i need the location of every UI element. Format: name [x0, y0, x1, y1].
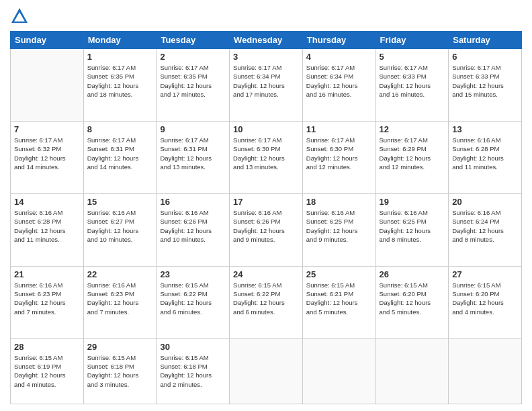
weekday-header-tuesday: Tuesday: [157, 32, 230, 49]
day-info: Sunrise: 6:17 AM Sunset: 6:33 PM Dayligh…: [380, 63, 445, 99]
day-info: Sunrise: 6:15 AM Sunset: 6:19 PM Dayligh…: [14, 353, 80, 389]
day-number: 19: [380, 197, 445, 207]
day-number: 14: [14, 197, 80, 207]
day-number: 11: [306, 124, 372, 134]
day-info: Sunrise: 6:16 AM Sunset: 6:28 PM Dayligh…: [452, 136, 518, 171]
calendar-cell: 23Sunrise: 6:15 AM Sunset: 6:22 PM Dayli…: [157, 266, 230, 338]
calendar-cell: 12Sunrise: 6:17 AM Sunset: 6:29 PM Dayli…: [375, 121, 449, 193]
day-number: 3: [233, 52, 299, 62]
day-info: Sunrise: 6:15 AM Sunset: 6:20 PM Dayligh…: [380, 281, 445, 316]
calendar-cell: 30Sunrise: 6:15 AM Sunset: 6:18 PM Dayli…: [157, 338, 230, 404]
calendar-cell: 24Sunrise: 6:15 AM Sunset: 6:22 PM Dayli…: [230, 266, 303, 338]
weekday-header-wednesday: Wednesday: [230, 32, 303, 49]
day-info: Sunrise: 6:17 AM Sunset: 6:35 PM Dayligh…: [87, 63, 153, 99]
calendar-cell: 11Sunrise: 6:17 AM Sunset: 6:30 PM Dayli…: [302, 121, 375, 193]
calendar-cell: [375, 338, 449, 404]
calendar-cell: 20Sunrise: 6:16 AM Sunset: 6:24 PM Dayli…: [449, 193, 522, 266]
weekday-header-saturday: Saturday: [449, 32, 522, 49]
day-info: Sunrise: 6:15 AM Sunset: 6:18 PM Dayligh…: [87, 353, 153, 389]
calendar-week-2: 7Sunrise: 6:17 AM Sunset: 6:32 PM Daylig…: [11, 121, 522, 193]
day-number: 28: [14, 342, 80, 352]
day-info: Sunrise: 6:15 AM Sunset: 6:20 PM Dayligh…: [452, 281, 518, 316]
day-info: Sunrise: 6:16 AM Sunset: 6:28 PM Dayligh…: [14, 208, 80, 244]
day-info: Sunrise: 6:17 AM Sunset: 6:29 PM Dayligh…: [380, 136, 445, 171]
day-info: Sunrise: 6:17 AM Sunset: 6:34 PM Dayligh…: [306, 63, 372, 99]
calendar-cell: 7Sunrise: 6:17 AM Sunset: 6:32 PM Daylig…: [11, 121, 84, 193]
day-info: Sunrise: 6:16 AM Sunset: 6:24 PM Dayligh…: [452, 208, 518, 244]
day-info: Sunrise: 6:16 AM Sunset: 6:23 PM Dayligh…: [87, 281, 153, 316]
day-number: 5: [380, 52, 445, 62]
day-info: Sunrise: 6:17 AM Sunset: 6:33 PM Dayligh…: [452, 63, 518, 99]
day-number: 25: [306, 269, 372, 279]
calendar-cell: 28Sunrise: 6:15 AM Sunset: 6:19 PM Dayli…: [11, 338, 84, 404]
day-info: Sunrise: 6:16 AM Sunset: 6:26 PM Dayligh…: [160, 208, 226, 244]
day-number: 4: [306, 52, 372, 62]
weekday-header-monday: Monday: [83, 32, 157, 49]
day-number: 27: [452, 269, 518, 279]
day-number: 13: [452, 124, 518, 134]
logo: [10, 7, 32, 26]
day-info: Sunrise: 6:17 AM Sunset: 6:35 PM Dayligh…: [160, 63, 226, 99]
header: [10, 7, 522, 26]
calendar-cell: 14Sunrise: 6:16 AM Sunset: 6:28 PM Dayli…: [11, 193, 84, 266]
day-number: 17: [233, 197, 299, 207]
calendar-cell: 1Sunrise: 6:17 AM Sunset: 6:35 PM Daylig…: [83, 49, 157, 122]
calendar-cell: 6Sunrise: 6:17 AM Sunset: 6:33 PM Daylig…: [449, 49, 522, 122]
day-info: Sunrise: 6:16 AM Sunset: 6:27 PM Dayligh…: [87, 208, 153, 244]
calendar-cell: [230, 338, 303, 404]
calendar-cell: 17Sunrise: 6:16 AM Sunset: 6:26 PM Dayli…: [230, 193, 303, 266]
calendar-cell: 25Sunrise: 6:15 AM Sunset: 6:21 PM Dayli…: [302, 266, 375, 338]
calendar-cell: 4Sunrise: 6:17 AM Sunset: 6:34 PM Daylig…: [302, 49, 375, 122]
day-number: 10: [233, 124, 299, 134]
calendar-cell: [302, 338, 375, 404]
day-number: 24: [233, 269, 299, 279]
calendar-cell: 9Sunrise: 6:17 AM Sunset: 6:31 PM Daylig…: [157, 121, 230, 193]
calendar-cell: 21Sunrise: 6:16 AM Sunset: 6:23 PM Dayli…: [11, 266, 84, 338]
day-info: Sunrise: 6:17 AM Sunset: 6:30 PM Dayligh…: [233, 136, 299, 171]
day-info: Sunrise: 6:15 AM Sunset: 6:22 PM Dayligh…: [160, 281, 226, 316]
day-number: 22: [87, 269, 153, 279]
page: SundayMondayTuesdayWednesdayThursdayFrid…: [0, 0, 532, 411]
day-number: 15: [87, 197, 153, 207]
day-info: Sunrise: 6:17 AM Sunset: 6:34 PM Dayligh…: [233, 63, 299, 99]
calendar-table: SundayMondayTuesdayWednesdayThursdayFrid…: [10, 31, 522, 404]
day-number: 30: [160, 342, 226, 352]
calendar-cell: 3Sunrise: 6:17 AM Sunset: 6:34 PM Daylig…: [230, 49, 303, 122]
day-number: 1: [87, 52, 153, 62]
day-number: 9: [160, 124, 226, 134]
day-number: 6: [452, 52, 518, 62]
day-info: Sunrise: 6:15 AM Sunset: 6:18 PM Dayligh…: [160, 353, 226, 389]
calendar-cell: 8Sunrise: 6:17 AM Sunset: 6:31 PM Daylig…: [83, 121, 157, 193]
calendar-cell: 15Sunrise: 6:16 AM Sunset: 6:27 PM Dayli…: [83, 193, 157, 266]
calendar-cell: 29Sunrise: 6:15 AM Sunset: 6:18 PM Dayli…: [83, 338, 157, 404]
calendar-week-1: 1Sunrise: 6:17 AM Sunset: 6:35 PM Daylig…: [11, 49, 522, 122]
day-number: 23: [160, 269, 226, 279]
day-info: Sunrise: 6:16 AM Sunset: 6:25 PM Dayligh…: [380, 208, 445, 244]
logo-icon: [10, 7, 29, 26]
weekday-header-row: SundayMondayTuesdayWednesdayThursdayFrid…: [11, 32, 522, 49]
day-info: Sunrise: 6:15 AM Sunset: 6:21 PM Dayligh…: [306, 281, 372, 316]
calendar-cell: 5Sunrise: 6:17 AM Sunset: 6:33 PM Daylig…: [375, 49, 449, 122]
day-number: 16: [160, 197, 226, 207]
calendar-cell: 16Sunrise: 6:16 AM Sunset: 6:26 PM Dayli…: [157, 193, 230, 266]
day-info: Sunrise: 6:17 AM Sunset: 6:31 PM Dayligh…: [160, 136, 226, 171]
calendar-cell: [449, 338, 522, 404]
weekday-header-friday: Friday: [375, 32, 449, 49]
day-number: 7: [14, 124, 80, 134]
calendar-week-5: 28Sunrise: 6:15 AM Sunset: 6:19 PM Dayli…: [11, 338, 522, 404]
day-number: 20: [452, 197, 518, 207]
day-info: Sunrise: 6:16 AM Sunset: 6:25 PM Dayligh…: [306, 208, 372, 244]
calendar-cell: 27Sunrise: 6:15 AM Sunset: 6:20 PM Dayli…: [449, 266, 522, 338]
calendar-week-3: 14Sunrise: 6:16 AM Sunset: 6:28 PM Dayli…: [11, 193, 522, 266]
day-number: 29: [87, 342, 153, 352]
calendar-cell: 10Sunrise: 6:17 AM Sunset: 6:30 PM Dayli…: [230, 121, 303, 193]
day-info: Sunrise: 6:16 AM Sunset: 6:26 PM Dayligh…: [233, 208, 299, 244]
day-info: Sunrise: 6:16 AM Sunset: 6:23 PM Dayligh…: [14, 281, 80, 316]
calendar-week-4: 21Sunrise: 6:16 AM Sunset: 6:23 PM Dayli…: [11, 266, 522, 338]
calendar-cell: 19Sunrise: 6:16 AM Sunset: 6:25 PM Dayli…: [375, 193, 449, 266]
calendar-cell: 13Sunrise: 6:16 AM Sunset: 6:28 PM Dayli…: [449, 121, 522, 193]
day-info: Sunrise: 6:17 AM Sunset: 6:31 PM Dayligh…: [87, 136, 153, 171]
weekday-header-thursday: Thursday: [302, 32, 375, 49]
calendar-cell: 2Sunrise: 6:17 AM Sunset: 6:35 PM Daylig…: [157, 49, 230, 122]
day-number: 18: [306, 197, 372, 207]
